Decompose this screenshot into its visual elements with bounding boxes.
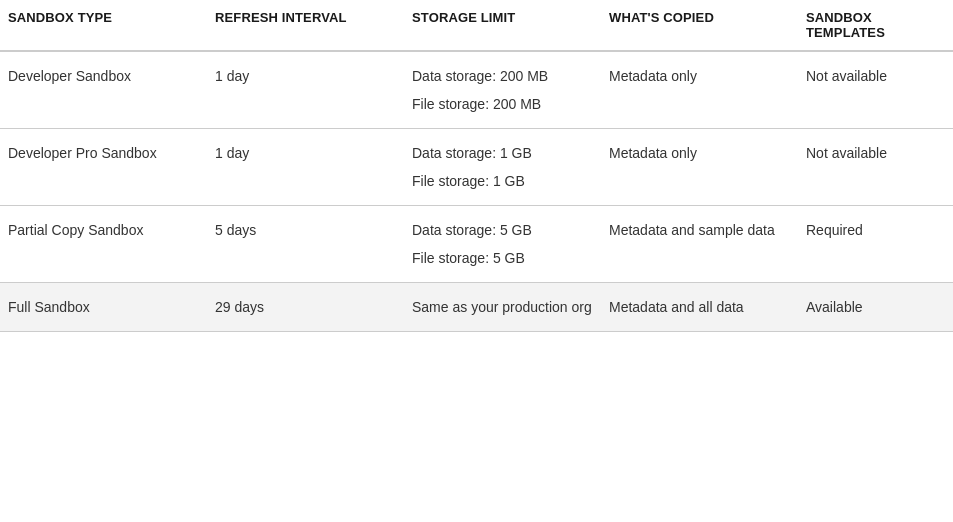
cell-whats-copied: Metadata only — [601, 51, 798, 129]
cell-sandbox-type: Developer Sandbox — [0, 51, 207, 129]
cell-whats-copied: Metadata only — [601, 129, 798, 206]
storage-file: File storage: 1 GB — [412, 173, 593, 189]
header-refresh-interval: REFRESH INTERVAL — [207, 0, 404, 51]
cell-sandbox-templates: Available — [798, 283, 953, 332]
cell-storage-limit: Data storage: 5 GB File storage: 5 GB — [404, 206, 601, 283]
cell-storage-limit: Data storage: 200 MB File storage: 200 M… — [404, 51, 601, 129]
table-row: Developer Sandbox 1 day Data storage: 20… — [0, 51, 953, 129]
storage-data: Data storage: 200 MB — [412, 68, 593, 84]
cell-refresh-interval: 1 day — [207, 129, 404, 206]
cell-refresh-interval: 5 days — [207, 206, 404, 283]
cell-storage-limit: Same as your production org — [404, 283, 601, 332]
cell-sandbox-templates: Not available — [798, 129, 953, 206]
cell-refresh-interval: 1 day — [207, 51, 404, 129]
sandbox-comparison-table: SANDBOX TYPE REFRESH INTERVAL STORAGE LI… — [0, 0, 953, 332]
cell-sandbox-type: Developer Pro Sandbox — [0, 129, 207, 206]
cell-sandbox-templates: Required — [798, 206, 953, 283]
storage-data: Data storage: 1 GB — [412, 145, 593, 161]
cell-whats-copied: Metadata and sample data — [601, 206, 798, 283]
cell-sandbox-type: Full Sandbox — [0, 283, 207, 332]
storage-file: File storage: 5 GB — [412, 250, 593, 266]
table-header-row: SANDBOX TYPE REFRESH INTERVAL STORAGE LI… — [0, 0, 953, 51]
table-row: Full Sandbox 29 days Same as your produc… — [0, 283, 953, 332]
storage-data: Same as your production org — [412, 299, 593, 315]
storage-file: File storage: 200 MB — [412, 96, 593, 112]
header-sandbox-templates: SANDBOX TEMPLATES — [798, 0, 953, 51]
cell-refresh-interval: 29 days — [207, 283, 404, 332]
header-sandbox-type: SANDBOX TYPE — [0, 0, 207, 51]
cell-sandbox-templates: Not available — [798, 51, 953, 129]
cell-whats-copied: Metadata and all data — [601, 283, 798, 332]
table-row: Partial Copy Sandbox 5 days Data storage… — [0, 206, 953, 283]
cell-storage-limit: Data storage: 1 GB File storage: 1 GB — [404, 129, 601, 206]
table-row: Developer Pro Sandbox 1 day Data storage… — [0, 129, 953, 206]
storage-data: Data storage: 5 GB — [412, 222, 593, 238]
header-whats-copied: WHAT'S COPIED — [601, 0, 798, 51]
header-storage-limit: STORAGE LIMIT — [404, 0, 601, 51]
cell-sandbox-type: Partial Copy Sandbox — [0, 206, 207, 283]
